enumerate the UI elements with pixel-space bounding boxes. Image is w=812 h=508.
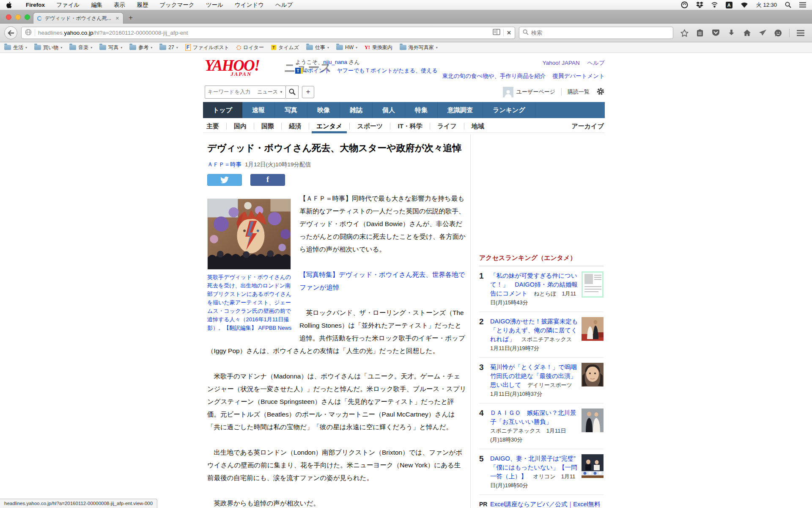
- yahoo-japan-link[interactable]: Yahoo! JAPAN: [543, 60, 580, 66]
- bookmark-folder-music[interactable]: 音楽▾: [69, 44, 92, 51]
- settings-gear-icon[interactable]: [596, 87, 605, 97]
- wifi-icon[interactable]: [741, 2, 748, 8]
- menu-icon[interactable]: [796, 28, 805, 38]
- search-scope-select[interactable]: ニュース▼: [257, 88, 283, 96]
- ranking-thumbnail[interactable]: [582, 454, 604, 490]
- points-link[interactable]: 0ポイント: [304, 67, 330, 75]
- subnav-domestic[interactable]: 国内: [226, 123, 254, 130]
- nav-tab-survey[interactable]: 意識調査: [438, 102, 483, 118]
- back-button[interactable]: [4, 26, 17, 39]
- menubar-item-file[interactable]: ファイル: [56, 1, 80, 9]
- source-link[interactable]: ＡＦＰ＝時事: [207, 161, 241, 168]
- menubar-item-window[interactable]: ウインドウ: [235, 1, 264, 9]
- bookmark-folder-shopping[interactable]: 買い物▾: [34, 44, 62, 51]
- bookmark-folder-photographers[interactable]: 海外写真家▾: [400, 44, 438, 51]
- menubar-item-bookmarks[interactable]: ブックマーク: [159, 1, 195, 9]
- bookmark-folder-life[interactable]: 生活▾: [4, 44, 27, 51]
- ranking-thumbnail[interactable]: [582, 409, 604, 444]
- points-promo-link[interactable]: ヤフーでもＴポイントがたまる、使える: [337, 67, 437, 75]
- pocket-icon[interactable]: [711, 28, 720, 38]
- twitter-share-button[interactable]: [207, 174, 242, 186]
- bookmark-filepost[interactable]: Fファイルポスト: [185, 44, 229, 51]
- subnav-archive[interactable]: アーカイブ: [572, 122, 605, 130]
- nav-tab-feature[interactable]: 特集: [405, 102, 438, 118]
- ranking-thumbnail[interactable]: [582, 363, 604, 398]
- photo-caption-link[interactable]: 英歌手デヴィッド・ボウイさんの死去を受け、出生地のロンドン南部ブリクストンにある…: [207, 273, 292, 332]
- add-button[interactable]: +: [302, 86, 314, 98]
- subnav-sports[interactable]: スポーツ: [349, 123, 390, 130]
- creative-cloud-icon[interactable]: [681, 1, 688, 8]
- input-source-icon[interactable]: A: [726, 2, 732, 8]
- nav-tab-magazine[interactable]: 雑誌: [340, 102, 373, 118]
- spotlight-icon[interactable]: [785, 2, 791, 8]
- hotspot-icon[interactable]: [711, 2, 718, 8]
- ranking-title-link[interactable]: ＤＡＩＧＯ 嫉妬深い？北川景子「お互いいい勝負」: [490, 409, 576, 425]
- bookmark-folder-hw[interactable]: HW▾: [336, 44, 357, 50]
- reader-mode-icon[interactable]: [493, 29, 500, 37]
- feedback-smiley-icon[interactable]: [774, 28, 783, 38]
- bookmark-transit[interactable]: Y!乗換案内: [365, 44, 392, 51]
- subnav-main[interactable]: 主要: [203, 123, 226, 130]
- nav-tab-top[interactable]: トップ: [203, 102, 242, 118]
- pr-ad[interactable]: PR Excel講座ならアビバ／公式｜Excel無料体験セミナー開催中 !Web…: [479, 495, 604, 508]
- ranking-thumbnail[interactable]: [582, 271, 604, 307]
- url-text[interactable]: headlines.yahoo.co.jp/hl?a=20160112-0000…: [38, 30, 490, 36]
- article-photo[interactable]: 英歌手デヴィッド・ボウイさんの死去を受け、出生地のロンドン南部ブリクストンにある…: [207, 199, 292, 332]
- browser-tab[interactable]: デヴィッド・ボウイさん死... ✕: [33, 12, 123, 24]
- subnav-world[interactable]: 国際: [254, 123, 281, 130]
- browser-search-input[interactable]: [531, 30, 669, 36]
- subnav-region[interactable]: 地域: [464, 123, 491, 130]
- subnav-economy[interactable]: 経済: [281, 123, 309, 130]
- fukkou-department-link[interactable]: 復興デパートメント: [553, 73, 605, 79]
- nav-tab-video[interactable]: 映像: [307, 102, 340, 118]
- menubar-clock[interactable]: 火 12:30: [756, 1, 777, 9]
- download-icon[interactable]: [727, 28, 736, 38]
- subscriptions-link[interactable]: 購読一覧: [568, 88, 590, 96]
- ranking-item-2[interactable]: 2 DAIGO沸かせた！披露宴未定も「とりあえず、俺の隣に居てくれれば」 スポニ…: [479, 312, 604, 358]
- minimize-window-button[interactable]: [15, 14, 21, 20]
- tab-close-icon[interactable]: ✕: [115, 16, 119, 21]
- ranking-item-4[interactable]: 4 ＤＡＩＧＯ 嫉妬深い？北川景子「お互いいい勝負」スポニチアネックス 1月11…: [479, 403, 604, 449]
- help-link[interactable]: ヘルプ: [587, 60, 605, 66]
- ranking-item-3[interactable]: 3 菊川怜が「とくダネ！」で嗚咽 竹田氏の壮絶な「最後の出演」思い出して デイリ…: [479, 358, 604, 403]
- subnav-it-science[interactable]: IT・科学: [390, 123, 429, 130]
- dropbox-icon[interactable]: [696, 2, 703, 8]
- news-search-input[interactable]: [208, 89, 255, 95]
- menubar-item-history[interactable]: 履歴: [137, 1, 148, 9]
- home-icon[interactable]: [742, 28, 752, 38]
- bookmark-star-icon[interactable]: [680, 28, 689, 38]
- bookmark-folder-photo[interactable]: 写真▾: [99, 44, 122, 51]
- stop-load-icon[interactable]: ✕: [507, 30, 511, 36]
- username-link[interactable]: niju_nana: [323, 59, 347, 65]
- news-search-button[interactable]: [286, 86, 299, 99]
- close-window-button[interactable]: [6, 14, 11, 20]
- bookmark-folder-reference[interactable]: 参考▾: [129, 44, 152, 51]
- bookmark-folder-27[interactable]: 27▾: [159, 44, 178, 50]
- menubar-item-view[interactable]: 表示: [114, 1, 125, 9]
- bookmark-times[interactable]: Tタイムズ: [271, 44, 299, 51]
- user-page-link[interactable]: ユーザーページ: [516, 88, 555, 96]
- pr-ad-link[interactable]: Excel講座ならアビバ／公式｜Excel無料体験セミナー開催中 !Web限定お…: [490, 501, 601, 508]
- menubar-item-help[interactable]: ヘルプ: [275, 1, 293, 9]
- bookmark-reuters[interactable]: ロイター: [236, 44, 264, 51]
- tohoku-promo-link[interactable]: 東北の旬の食べ物や、手作り商品を紹介: [442, 73, 546, 79]
- notification-center-icon[interactable]: [799, 2, 806, 8]
- subnav-entertainment[interactable]: エンタメ: [309, 123, 349, 130]
- ranking-thumbnail[interactable]: [582, 317, 604, 353]
- url-bar[interactable]: headlines.yahoo.co.jp/hl?a=20160112-0000…: [21, 27, 515, 39]
- menubar-item-tools[interactable]: ツール: [206, 1, 223, 9]
- nav-tab-personal[interactable]: 個人: [373, 102, 405, 118]
- share-icon[interactable]: [758, 28, 767, 38]
- ranking-item-5[interactable]: 5 DAIGO、妻・北川景子は“完璧”「僕にはもったいない」【一問一答（上）】 …: [479, 449, 604, 495]
- apple-icon[interactable]: [6, 2, 12, 8]
- new-tab-button[interactable]: +: [129, 14, 133, 22]
- nav-tab-ranking[interactable]: ランキング: [483, 102, 535, 118]
- search-bar[interactable]: [519, 27, 673, 39]
- menubar-item-firefox[interactable]: Firefox: [26, 2, 45, 8]
- subnav-life[interactable]: ライフ: [430, 123, 464, 130]
- nav-tab-flash[interactable]: 速報: [242, 102, 275, 118]
- menubar-item-edit[interactable]: 編集: [91, 1, 102, 9]
- facebook-share-button[interactable]: f: [250, 174, 285, 186]
- news-search-box[interactable]: ニュース▼: [205, 86, 286, 99]
- reading-list-icon[interactable]: [695, 28, 705, 38]
